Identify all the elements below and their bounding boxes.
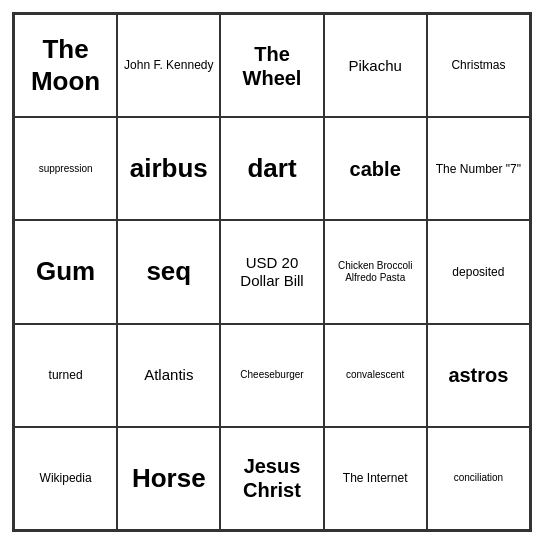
bingo-cell-17: Cheeseburger [220,324,323,427]
cell-text-24: conciliation [454,472,503,484]
bingo-board: The MoonJohn F. KennedyThe WheelPikachuC… [12,12,532,532]
bingo-cell-11: seq [117,220,220,323]
cell-text-19: astros [448,363,508,387]
bingo-cell-10: Gum [14,220,117,323]
cell-text-12: USD 20 Dollar Bill [225,254,318,290]
cell-text-5: suppression [39,163,93,175]
bingo-cell-18: convalescent [324,324,427,427]
cell-text-1: John F. Kennedy [124,58,213,72]
bingo-cell-4: Christmas [427,14,530,117]
cell-text-7: dart [247,153,296,184]
cell-text-17: Cheeseburger [240,369,303,381]
bingo-cell-14: deposited [427,220,530,323]
bingo-cell-16: Atlantis [117,324,220,427]
bingo-cell-7: dart [220,117,323,220]
cell-text-20: Wikipedia [40,471,92,485]
cell-text-21: Horse [132,463,206,494]
bingo-cell-8: cable [324,117,427,220]
cell-text-11: seq [146,256,191,287]
cell-text-8: cable [350,157,401,181]
cell-text-22: Jesus Christ [225,454,318,502]
cell-text-9: The Number "7" [436,162,521,176]
cell-text-14: deposited [452,265,504,279]
bingo-cell-23: The Internet [324,427,427,530]
cell-text-23: The Internet [343,471,408,485]
bingo-cell-9: The Number "7" [427,117,530,220]
bingo-cell-3: Pikachu [324,14,427,117]
cell-text-3: Pikachu [349,57,402,75]
cell-text-16: Atlantis [144,366,193,384]
bingo-cell-2: The Wheel [220,14,323,117]
bingo-cell-22: Jesus Christ [220,427,323,530]
cell-text-13: Chicken Broccoli Alfredo Pasta [329,260,422,284]
bingo-cell-5: suppression [14,117,117,220]
bingo-cell-19: astros [427,324,530,427]
cell-text-0: The Moon [19,34,112,96]
cell-text-2: The Wheel [225,42,318,90]
bingo-cell-1: John F. Kennedy [117,14,220,117]
cell-text-4: Christmas [451,58,505,72]
cell-text-6: airbus [130,153,208,184]
bingo-cell-13: Chicken Broccoli Alfredo Pasta [324,220,427,323]
bingo-cell-20: Wikipedia [14,427,117,530]
cell-text-15: turned [49,368,83,382]
bingo-cell-21: Horse [117,427,220,530]
bingo-cell-0: The Moon [14,14,117,117]
bingo-cell-15: turned [14,324,117,427]
bingo-cell-24: conciliation [427,427,530,530]
bingo-cell-6: airbus [117,117,220,220]
cell-text-18: convalescent [346,369,404,381]
cell-text-10: Gum [36,256,95,287]
bingo-cell-12: USD 20 Dollar Bill [220,220,323,323]
